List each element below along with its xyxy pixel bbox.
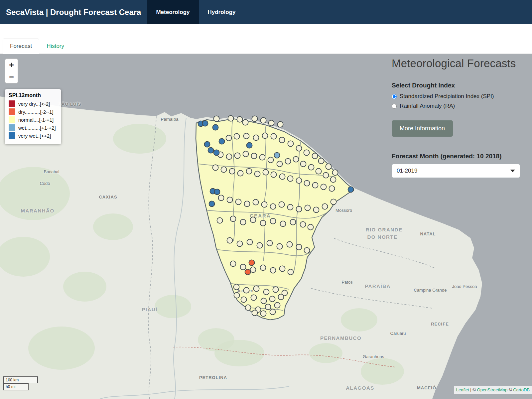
station-marker-very-wet[interactable]: [213, 150, 220, 156]
station-marker-normal[interactable]: [229, 168, 235, 175]
station-marker-normal[interactable]: [296, 178, 302, 184]
station-marker-normal[interactable]: [270, 218, 276, 224]
nav-tab-meteorology[interactable]: Meteorology: [147, 0, 199, 24]
station-marker-normal[interactable]: [257, 242, 263, 249]
station-marker-normal[interactable]: [230, 216, 236, 222]
station-marker-normal[interactable]: [278, 294, 284, 300]
station-marker-normal[interactable]: [329, 186, 335, 192]
station-marker-normal[interactable]: [260, 220, 266, 226]
station-marker-normal[interactable]: [280, 221, 286, 227]
station-marker-normal[interactable]: [260, 117, 267, 124]
more-information-button[interactable]: More Information: [392, 120, 453, 137]
station-marker-normal[interactable]: [247, 239, 253, 245]
station-marker-normal[interactable]: [261, 298, 267, 304]
station-marker-normal[interactable]: [246, 168, 252, 175]
station-marker-normal[interactable]: [331, 199, 337, 205]
station-marker-normal[interactable]: [227, 237, 233, 244]
station-marker-normal[interactable]: [265, 304, 271, 310]
station-marker-normal[interactable]: [235, 199, 242, 205]
station-marker-normal[interactable]: [267, 240, 273, 246]
tab-forecast[interactable]: Forecast: [3, 39, 39, 54]
station-marker-normal[interactable]: [251, 295, 257, 301]
station-marker-normal[interactable]: [290, 219, 296, 225]
station-marker-normal[interactable]: [279, 201, 285, 208]
station-marker-normal[interactable]: [270, 203, 276, 210]
ra-radio[interactable]: [392, 104, 397, 109]
station-marker-normal[interactable]: [296, 206, 302, 212]
station-marker-normal[interactable]: [217, 217, 223, 224]
station-marker-normal[interactable]: [262, 133, 268, 139]
station-marker-normal[interactable]: [279, 137, 285, 143]
station-marker-normal[interactable]: [237, 170, 244, 177]
station-marker-normal[interactable]: [259, 154, 266, 161]
station-marker-normal[interactable]: [304, 180, 310, 187]
nav-tab-hydrology[interactable]: Hydrology: [199, 0, 245, 24]
radio-row-spi[interactable]: Standardized Precipiation Index (SPI): [392, 93, 521, 100]
station-marker-normal[interactable]: [312, 153, 318, 159]
station-marker-normal[interactable]: [296, 244, 302, 250]
station-marker-normal[interactable]: [300, 161, 307, 167]
station-marker-normal[interactable]: [228, 115, 234, 122]
station-marker-normal[interactable]: [252, 310, 258, 316]
station-marker-normal[interactable]: [312, 182, 319, 189]
station-marker-very-wet[interactable]: [214, 189, 220, 195]
station-marker-normal[interactable]: [233, 284, 240, 290]
station-marker-dry[interactable]: [245, 269, 251, 275]
station-marker-normal[interactable]: [323, 172, 329, 179]
station-marker-normal[interactable]: [326, 164, 332, 170]
station-marker-normal[interactable]: [279, 266, 286, 272]
station-marker-normal[interactable]: [296, 145, 302, 152]
station-marker-normal[interactable]: [270, 267, 276, 274]
zoom-out-button[interactable]: −: [5, 71, 18, 83]
station-marker-normal[interactable]: [260, 311, 267, 317]
tab-history[interactable]: History: [39, 39, 71, 54]
station-marker-normal[interactable]: [244, 201, 250, 207]
forecast-month-select[interactable]: 01-2019: [392, 164, 520, 178]
station-marker-normal[interactable]: [305, 205, 311, 211]
station-marker-very-wet[interactable]: [212, 124, 219, 131]
station-marker-normal[interactable]: [245, 305, 251, 311]
station-marker-normal[interactable]: [243, 133, 250, 139]
station-marker-normal[interactable]: [293, 156, 299, 163]
station-marker-normal[interactable]: [226, 154, 232, 160]
leaflet-map[interactable]: SÃO LUÍSParnaíbaBacabalCodóCAXIASMARANHÃ…: [0, 54, 532, 399]
spi-radio[interactable]: [392, 94, 397, 99]
station-marker-normal[interactable]: [241, 297, 247, 303]
station-marker-normal[interactable]: [318, 158, 325, 164]
station-marker-normal[interactable]: [221, 167, 227, 173]
station-marker-normal[interactable]: [253, 135, 259, 141]
station-marker-dry[interactable]: [249, 260, 255, 266]
zoom-in-button[interactable]: +: [5, 59, 18, 71]
station-marker-normal[interactable]: [277, 161, 283, 167]
station-marker-normal[interactable]: [243, 151, 249, 157]
station-marker-normal[interactable]: [277, 121, 284, 128]
station-marker-normal[interactable]: [271, 133, 277, 140]
station-marker-normal[interactable]: [287, 204, 294, 210]
station-marker-normal[interactable]: [273, 287, 279, 293]
station-marker-very-wet[interactable]: [204, 141, 210, 148]
station-marker-normal[interactable]: [322, 203, 328, 210]
station-marker-normal[interactable]: [227, 197, 233, 203]
station-marker-normal[interactable]: [285, 158, 291, 165]
station-marker-normal[interactable]: [288, 269, 294, 275]
station-marker-normal[interactable]: [308, 164, 315, 171]
station-marker-normal[interactable]: [242, 119, 249, 126]
station-marker-normal[interactable]: [332, 170, 338, 176]
station-marker-normal[interactable]: [251, 153, 257, 159]
station-marker-very-wet[interactable]: [209, 201, 215, 207]
station-marker-normal[interactable]: [304, 247, 310, 254]
station-marker-normal[interactable]: [270, 309, 276, 315]
station-marker-normal[interactable]: [277, 243, 283, 250]
station-marker-normal[interactable]: [288, 141, 294, 147]
station-marker-normal[interactable]: [316, 168, 322, 175]
station-marker-normal[interactable]: [253, 199, 259, 205]
carto-link[interactable]: CartoDB: [513, 387, 530, 392]
station-marker-very-wet[interactable]: [202, 120, 208, 127]
station-marker-normal[interactable]: [274, 302, 281, 309]
station-marker-very-wet[interactable]: [246, 142, 253, 149]
station-marker-very-wet[interactable]: [219, 138, 225, 145]
station-marker-normal[interactable]: [330, 177, 336, 183]
leaflet-link[interactable]: Leaflet: [456, 387, 469, 392]
station-marker-normal[interactable]: [212, 165, 219, 171]
station-marker-normal[interactable]: [240, 219, 246, 225]
